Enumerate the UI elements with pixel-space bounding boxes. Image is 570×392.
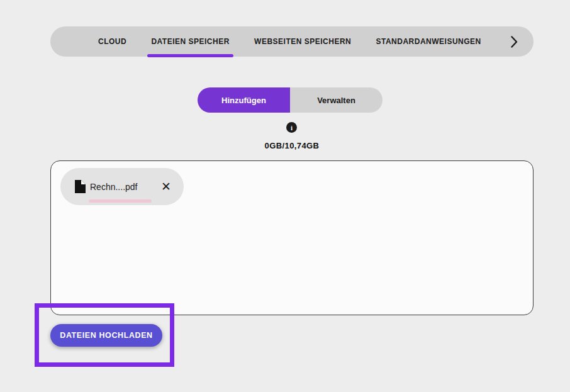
tab-cloud-label: CLOUD <box>98 37 126 46</box>
tab-standardanweisungen[interactable]: STANDARDANWEISUNGEN <box>376 26 481 57</box>
toggle-hinzufuegen-label: Hinzufügen <box>221 96 266 105</box>
toggle-hinzufuegen[interactable]: Hinzufügen <box>198 87 290 113</box>
info-icon[interactable]: i <box>286 122 297 133</box>
storage-usage-text: 0GB/10,74GB <box>50 141 534 150</box>
close-icon[interactable]: ✕ <box>161 181 171 193</box>
file-dropzone[interactable]: Rechn....pdf ✕ <box>50 160 534 315</box>
tab-webseiten-speichern[interactable]: WEBSEITEN SPEICHERN <box>254 26 351 57</box>
tab-bar: CLOUD DATEIEN SPEICHER WEBSEITEN SPEICHE… <box>50 26 534 57</box>
tab-dateien-speicher-label: DATEIEN SPEICHER <box>151 37 229 46</box>
tab-webseiten-speichern-label: WEBSEITEN SPEICHERN <box>254 37 351 46</box>
file-name: Rechn....pdf <box>90 182 138 192</box>
mode-toggle: Hinzufügen Verwalten <box>198 87 383 113</box>
file-document-icon <box>75 180 86 193</box>
file-chip: Rechn....pdf ✕ <box>60 168 184 205</box>
tab-cloud[interactable]: CLOUD <box>98 26 126 57</box>
upload-progress-bar <box>89 199 152 203</box>
tab-standardanweisungen-label: STANDARDANWEISUNGEN <box>376 37 481 46</box>
active-tab-underline <box>147 54 233 57</box>
chevron-right-icon <box>511 36 518 48</box>
toggle-verwalten-label: Verwalten <box>317 96 355 105</box>
tab-dateien-speicher[interactable]: DATEIEN SPEICHER <box>151 26 229 57</box>
tabs-scroll-next-button[interactable] <box>506 26 523 57</box>
dateien-hochladen-button[interactable]: DATEIEN HOCHLADEN <box>50 324 162 347</box>
toggle-verwalten[interactable]: Verwalten <box>290 87 383 113</box>
